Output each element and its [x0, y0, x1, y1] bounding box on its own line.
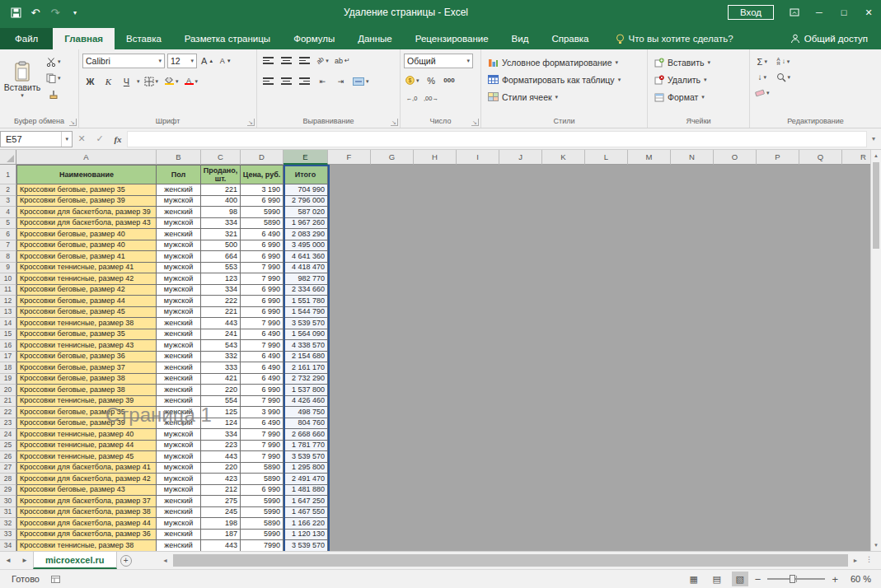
cell-D34[interactable]: 7990: [241, 540, 284, 551]
column-header-O[interactable]: O: [714, 150, 757, 165]
cell-A15[interactable]: Кроссовки беговые, размер 35: [16, 329, 157, 341]
cell-A4[interactable]: Кроссовки для баскетбола, размер 39: [16, 207, 157, 218]
tab-split-handle[interactable]: ⋮: [865, 555, 873, 563]
cell-C11[interactable]: 334: [201, 285, 241, 296]
cell-B12[interactable]: мужской: [157, 296, 201, 307]
comma-style-button[interactable]: 000: [442, 72, 457, 88]
insert-cells-button[interactable]: Вставить▾: [651, 54, 746, 71]
fill-button[interactable]: ↓▾: [753, 69, 771, 85]
cell-A16[interactable]: Кроссовки теннисные, размер 43: [16, 340, 157, 352]
copy-button[interactable]: ▾: [45, 70, 63, 86]
cell-A21[interactable]: Кроссовки теннисные, размер 39: [16, 396, 157, 408]
column-header-L[interactable]: L: [585, 150, 628, 165]
cell-C28[interactable]: 423: [201, 474, 241, 485]
cell-C23[interactable]: 124: [201, 418, 241, 430]
cell-E11[interactable]: 2 334 660: [284, 285, 328, 296]
insert-function-icon[interactable]: fx: [109, 134, 127, 144]
cell-A24[interactable]: Кроссовки теннисные, размер 40: [16, 429, 157, 441]
cell-D32[interactable]: 5890: [241, 518, 284, 530]
cell-styles-button[interactable]: Стили ячеек▾: [485, 88, 644, 105]
cell-E12[interactable]: 1 551 780: [284, 296, 328, 307]
cell-B19[interactable]: женский: [157, 374, 201, 385]
cell-B5[interactable]: мужской: [157, 218, 201, 230]
cell-E6[interactable]: 2 083 290: [284, 229, 328, 240]
cell-D26[interactable]: 7 990: [241, 451, 284, 463]
cell-E30[interactable]: 1 647 250: [284, 496, 328, 507]
cell-B30[interactable]: женский: [157, 496, 201, 507]
cell-E24[interactable]: 2 668 660: [284, 429, 328, 441]
login-button[interactable]: Вход: [728, 5, 774, 20]
cell-D33[interactable]: 5990: [241, 530, 284, 541]
zoom-slider[interactable]: [767, 578, 825, 580]
tab-review[interactable]: Рецензирование: [404, 28, 500, 49]
enter-icon[interactable]: ✓: [91, 133, 109, 144]
format-as-table-button[interactable]: Форматировать как таблицу▾: [485, 71, 644, 88]
cell-D31[interactable]: 5990: [241, 507, 284, 519]
cell-D15[interactable]: 6 490: [241, 329, 284, 341]
cell-C5[interactable]: 334: [201, 218, 241, 230]
decrease-decimal-icon[interactable]: ,00→: [422, 91, 440, 106]
number-format-select[interactable]: Общий▾: [404, 54, 473, 68]
cell-B23[interactable]: женский: [157, 418, 201, 430]
cell-E23[interactable]: 804 760: [284, 418, 328, 430]
customize-quick-access-icon[interactable]: ▾: [66, 3, 84, 21]
font-name-select[interactable]: Calibri▾: [82, 54, 165, 68]
cell-C25[interactable]: 223: [201, 441, 241, 452]
fill-color-button[interactable]: ▾: [162, 73, 180, 89]
select-all-button[interactable]: [0, 150, 16, 165]
align-center-icon[interactable]: [279, 73, 294, 89]
cell-D13[interactable]: 6 990: [241, 307, 284, 319]
cell-B28[interactable]: мужской: [157, 474, 201, 485]
column-header-Q[interactable]: Q: [799, 150, 842, 165]
cell-E17[interactable]: 2 154 680: [284, 352, 328, 363]
vertical-scroll-thumb[interactable]: [873, 162, 879, 249]
font-size-select[interactable]: 12▾: [167, 54, 197, 68]
name-box[interactable]: E57 ▾: [0, 131, 73, 147]
column-header-D[interactable]: D: [241, 150, 284, 165]
clipboard-dialog-launcher-icon[interactable]: ↘: [69, 119, 77, 126]
hscroll-left-icon[interactable]: ◄: [160, 558, 171, 563]
borders-button[interactable]: ▾: [143, 73, 161, 89]
cell-A17[interactable]: Кроссовки беговые, размер 36: [16, 352, 157, 363]
row-header-7[interactable]: 7: [0, 240, 16, 252]
add-sheet-button[interactable]: +: [117, 552, 135, 569]
cell-D22[interactable]: 3 990: [241, 407, 284, 418]
sheet-tab-active[interactable]: microexcel.ru: [33, 552, 117, 569]
view-normal-button[interactable]: ▦: [686, 572, 702, 586]
cell-B29[interactable]: мужской: [157, 485, 201, 497]
cell-E2[interactable]: 704 990: [284, 184, 328, 196]
row-header-28[interactable]: 28: [0, 474, 16, 485]
cell-E33[interactable]: 1 120 130: [284, 530, 328, 541]
row-header-16[interactable]: 16: [0, 340, 16, 352]
cell-D12[interactable]: 6 990: [241, 296, 284, 307]
align-left-icon[interactable]: [260, 73, 276, 89]
cell-D2[interactable]: 3 190: [241, 184, 284, 196]
column-header-H[interactable]: H: [414, 150, 457, 165]
undo-button[interactable]: ↶: [26, 3, 45, 21]
row-header-21[interactable]: 21: [0, 396, 16, 408]
cell-B20[interactable]: женский: [157, 385, 201, 396]
cell-B9[interactable]: мужской: [157, 263, 201, 274]
cell-A6[interactable]: Кроссовки беговые, размер 40: [16, 229, 157, 240]
cell-C19[interactable]: 421: [201, 374, 241, 385]
align-top-icon[interactable]: [260, 53, 276, 68]
row-header-15[interactable]: 15: [0, 329, 16, 341]
save-button[interactable]: [7, 3, 25, 21]
cell-A19[interactable]: Кроссовки беговые, размер 38: [16, 374, 157, 385]
cell-E31[interactable]: 1 467 550: [284, 507, 328, 519]
zoom-in-button[interactable]: +: [832, 573, 838, 586]
cell-B1[interactable]: Пол: [157, 165, 201, 184]
cell-B14[interactable]: женский: [157, 318, 201, 329]
column-header-I[interactable]: I: [457, 150, 499, 165]
close-button[interactable]: ✕: [856, 0, 881, 25]
cell-A34[interactable]: Кроссовки теннисные, размер 38: [16, 540, 157, 551]
row-header-24[interactable]: 24: [0, 429, 16, 441]
cell-D1[interactable]: Цена, руб.: [241, 165, 284, 184]
cell-D3[interactable]: 6 990: [241, 196, 284, 208]
cell-C24[interactable]: 334: [201, 429, 241, 441]
cell-B21[interactable]: женский: [157, 396, 201, 408]
row-header-30[interactable]: 30: [0, 496, 16, 507]
cell-A3[interactable]: Кроссовки беговые, размер 39: [16, 196, 157, 208]
row-header-18[interactable]: 18: [0, 362, 16, 374]
cell-E19[interactable]: 2 732 290: [284, 374, 328, 385]
